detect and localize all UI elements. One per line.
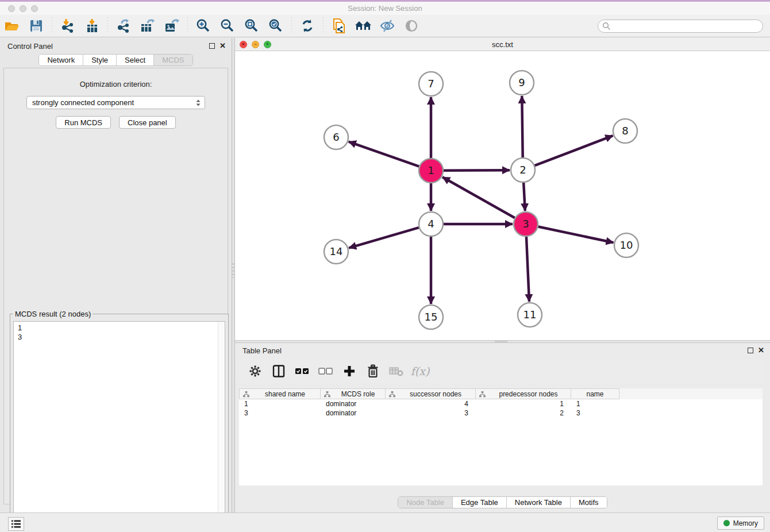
splitter-handle[interactable] — [495, 341, 507, 342]
table-row[interactable]: 1dominator411 — [239, 399, 763, 408]
cell-successor-nodes[interactable]: 4 — [386, 399, 476, 408]
cell-name[interactable]: 3 — [571, 408, 619, 418]
graph-edge-1-2[interactable] — [444, 170, 510, 171]
cell-shared-name[interactable]: 1 — [239, 399, 321, 408]
column-header-name[interactable]: name — [571, 388, 619, 399]
optimization-criterion-label: Optimization criterion: — [4, 80, 228, 88]
toolbar-separator — [323, 17, 324, 34]
criterion-dropdown-value: strongly connected component — [32, 98, 134, 107]
double-home-icon[interactable] — [355, 17, 372, 34]
table-row[interactable]: 3dominator323 — [239, 408, 763, 418]
export-table-icon[interactable] — [139, 17, 156, 34]
export-image-icon[interactable] — [163, 17, 180, 34]
tab-mcds[interactable]: MCDS — [154, 55, 192, 65]
select-all-checkboxes-icon[interactable] — [294, 363, 310, 379]
zoom-in-icon[interactable] — [195, 17, 212, 34]
export-network-icon[interactable] — [115, 17, 132, 34]
zoom-selected-icon[interactable] — [267, 17, 284, 34]
cell-MCDS-role[interactable]: dominator — [321, 399, 386, 408]
graph-node-7[interactable]: 7 — [419, 72, 443, 96]
column-header-successor-nodes[interactable]: successor nodes — [386, 388, 476, 399]
memory-label: Memory — [733, 519, 758, 527]
node-label: 8 — [622, 125, 628, 137]
window-title: Session: New Session — [0, 4, 770, 13]
mcds-result-list[interactable]: 1 3 — [13, 321, 225, 529]
graph-edge-3-10[interactable] — [538, 227, 614, 243]
cell-predecessor-nodes[interactable]: 1 — [476, 399, 571, 408]
tab-select[interactable]: Select — [117, 55, 154, 65]
hide-eye-slash-icon[interactable] — [379, 17, 396, 34]
graph-node-15[interactable]: 15 — [419, 305, 443, 329]
graph-edge-3-11[interactable] — [526, 237, 529, 302]
graph-node-1[interactable]: 1 — [419, 159, 443, 183]
graph-edge-1-6[interactable] — [349, 142, 419, 167]
graph-node-14[interactable]: 14 — [324, 240, 348, 264]
tab-network[interactable]: Network — [39, 55, 83, 65]
cell-name[interactable]: 1 — [571, 399, 619, 408]
trash-icon[interactable] — [365, 363, 381, 379]
apply-layout-refresh-icon[interactable] — [299, 17, 316, 34]
show-eye-icon — [403, 17, 420, 34]
run-mcds-button[interactable]: Run MCDS — [56, 116, 111, 129]
graph-node-9[interactable]: 9 — [510, 71, 534, 95]
float-panel-icon[interactable] — [748, 348, 753, 353]
criterion-dropdown[interactable]: strongly connected component — [26, 96, 205, 109]
graph-node-6[interactable]: 6 — [324, 125, 348, 149]
tab-motifs[interactable]: Motifs — [571, 497, 607, 508]
list-icon — [11, 519, 21, 529]
close-panel-button[interactable]: Close panel — [119, 116, 176, 129]
app-window: Session: New Session — [0, 0, 770, 532]
graph-edge-2-8[interactable] — [535, 136, 613, 165]
import-table-icon[interactable] — [83, 17, 101, 34]
graph-edge-3-1[interactable] — [442, 177, 515, 218]
import-network-icon[interactable] — [59, 17, 76, 34]
column-label: MCDS role — [331, 390, 385, 398]
cell-shared-name[interactable]: 3 — [239, 408, 321, 418]
tab-node-table[interactable]: Node Table — [398, 497, 453, 508]
task-history-button[interactable] — [8, 517, 24, 531]
graph-node-8[interactable]: 8 — [613, 119, 637, 143]
open-folder-icon[interactable] — [3, 17, 21, 34]
tab-edge-table[interactable]: Edge Table — [453, 497, 507, 508]
graph-node-4[interactable]: 4 — [419, 212, 443, 236]
graph-node-10[interactable]: 10 — [614, 233, 638, 257]
graph-edge-2-3[interactable] — [523, 183, 525, 211]
show-columns-icon[interactable] — [271, 363, 287, 379]
close-panel-icon[interactable]: ✕ — [758, 348, 764, 353]
save-floppy-icon[interactable] — [28, 17, 45, 34]
cell-successor-nodes[interactable]: 3 — [386, 408, 476, 418]
zoom-out-icon[interactable] — [219, 17, 236, 34]
sort-tree-icon — [242, 391, 250, 398]
node-label: 6 — [333, 131, 339, 143]
zoom-fit-icon[interactable] — [243, 17, 260, 34]
graph-edge-4-14[interactable] — [349, 228, 419, 248]
column-header-shared-name[interactable]: shared name — [239, 388, 321, 399]
delete-table-icon — [388, 363, 405, 379]
graph-node-11[interactable]: 11 — [518, 303, 542, 327]
gear-icon[interactable] — [247, 363, 263, 379]
mcds-result-scrollbar[interactable] — [218, 322, 225, 528]
column-header-MCDS-role[interactable]: MCDS role — [321, 388, 386, 399]
table-tabs-bar: Node TableEdge TableNetwork TableMotifs — [235, 496, 770, 508]
close-panel-icon[interactable]: ✕ — [220, 43, 226, 49]
memory-button[interactable]: Memory — [717, 516, 764, 530]
graph-node-3[interactable]: 3 — [514, 212, 538, 236]
node-label: 7 — [428, 78, 434, 90]
deselect-all-checkboxes-icon[interactable] — [318, 363, 334, 379]
main-toolbar — [0, 15, 770, 37]
add-column-plus-icon[interactable] — [341, 363, 357, 379]
float-panel-icon[interactable] — [209, 43, 215, 49]
table-body: 1dominator4113dominator323 — [239, 399, 763, 418]
network-canvas[interactable]: 7968124314101511 — [235, 51, 770, 340]
graph-node-2[interactable]: 2 — [511, 158, 535, 182]
clone-network-icon[interactable] — [330, 17, 348, 34]
column-header-predecessor-nodes[interactable]: predecessor nodes — [476, 388, 571, 399]
tab-network-table[interactable]: Network Table — [507, 497, 571, 508]
cell-predecessor-nodes[interactable]: 2 — [476, 408, 571, 418]
graph-edge-2-9[interactable] — [522, 96, 522, 157]
mcds-result-values: 1 3 — [14, 322, 225, 342]
cell-MCDS-role[interactable]: dominator — [321, 408, 386, 418]
tab-style[interactable]: Style — [83, 55, 117, 65]
search-input[interactable] — [598, 20, 763, 33]
splitter-handle[interactable] — [232, 263, 234, 278]
